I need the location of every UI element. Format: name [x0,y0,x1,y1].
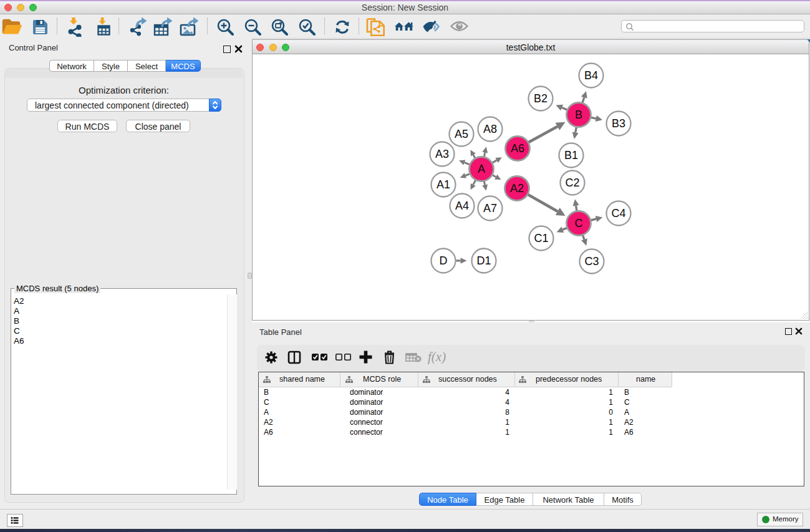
svg-text:A4: A4 [455,200,469,212]
svg-text:B3: B3 [612,117,625,130]
svg-text:A5: A5 [455,128,468,140]
svg-text:D: D [440,254,448,267]
svg-text:D1: D1 [476,254,491,267]
svg-text:C1: C1 [534,232,548,244]
svg-text:B1: B1 [564,149,578,162]
svg-text:B: B [575,109,582,121]
svg-text:A3: A3 [435,148,449,160]
svg-text:A6: A6 [511,142,524,155]
svg-text:A1: A1 [436,178,450,191]
svg-text:A8: A8 [483,123,497,135]
svg-text:A7: A7 [483,202,497,215]
svg-text:C2: C2 [565,177,579,189]
svg-text:A2: A2 [510,182,524,195]
svg-text:C4: C4 [611,207,625,220]
svg-text:A: A [478,163,485,175]
svg-text:C3: C3 [584,255,599,268]
svg-text:B2: B2 [534,92,547,105]
svg-text:C: C [575,217,583,230]
svg-text:B4: B4 [584,69,598,82]
